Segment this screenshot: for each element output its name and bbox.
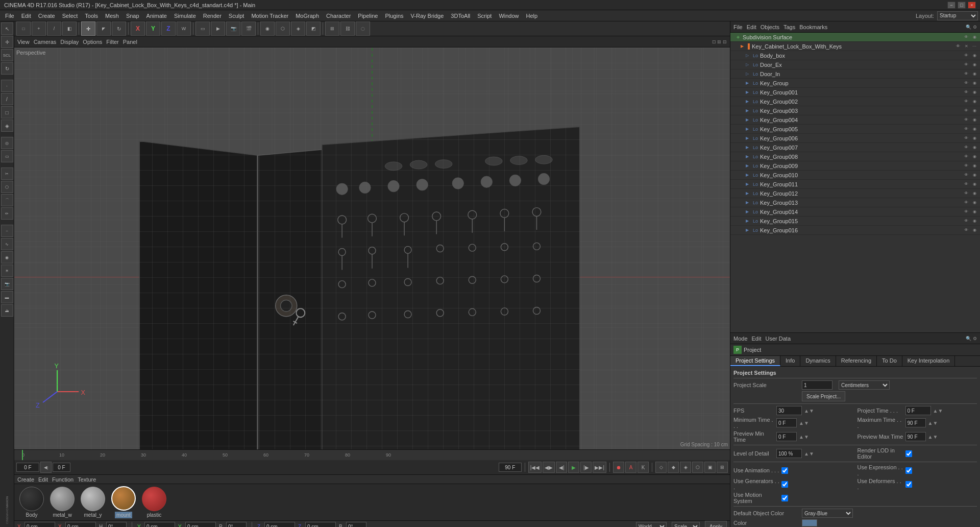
tab-referencing[interactable]: Referencing — [836, 356, 877, 366]
scale-project-btn[interactable]: Scale Project... — [802, 391, 845, 401]
obj-row-key-group014[interactable]: ▶ Lo Key_Group014 👁 ◉ — [730, 207, 980, 217]
world-dropdown[interactable]: World Object — [636, 522, 667, 527]
use-motion-checkbox[interactable] — [781, 495, 788, 501]
obj-row-key-group008[interactable]: ▶ Lo Key_Group008 👁 ◉ — [730, 152, 980, 161]
deformer-btn[interactable]: ~ — [1, 225, 13, 237]
mat-edit-menu[interactable]: Edit — [38, 476, 48, 483]
kg005-vis[interactable]: 👁 — [963, 126, 970, 133]
menu-tools[interactable]: Tools — [82, 12, 101, 20]
tab-project-settings[interactable]: Project Settings — [730, 356, 780, 366]
obj-row-subdivision[interactable]: ◈ Subdivision Surface 👁 ◉ — [730, 33, 980, 42]
scale-unit-select[interactable]: Centimeters Meters Inches — [839, 380, 890, 390]
mat-mount[interactable]: mount — [109, 486, 138, 518]
menu-edit[interactable]: Edit — [18, 12, 34, 20]
polys-btn[interactable]: ◧ — [62, 21, 77, 36]
keyframe-btn-6[interactable]: ⊞ — [717, 462, 728, 473]
points-mode-btn[interactable]: · — [1, 80, 13, 92]
lod-input[interactable] — [776, 449, 802, 458]
edges-mode-btn[interactable]: / — [1, 93, 13, 105]
menu-plugins[interactable]: Plugins — [382, 12, 406, 20]
menu-pipeline[interactable]: Pipeline — [355, 12, 381, 20]
kg015-vis[interactable]: 👁 — [963, 218, 970, 225]
max-time-input[interactable] — [905, 418, 926, 427]
menu-3dtoall[interactable]: 3DToAll — [448, 12, 473, 20]
min-time-input[interactable] — [776, 418, 797, 427]
minimize-button[interactable]: − — [947, 2, 955, 9]
kg010-render[interactable]: ◉ — [971, 172, 978, 179]
mat-plastic[interactable]: plastic — [140, 487, 168, 518]
preview-max-input[interactable] — [905, 432, 926, 441]
menu-help[interactable]: Help — [523, 12, 541, 20]
kg004-vis[interactable]: 👁 — [963, 116, 970, 124]
kg002-vis[interactable]: 👁 — [963, 98, 970, 105]
timeline-ruler[interactable]: 0 10 20 30 40 50 60 70 80 90 — [14, 450, 730, 460]
x-axis-btn[interactable]: X — [131, 21, 145, 36]
kg012-render[interactable]: ◉ — [971, 190, 978, 197]
light-btn[interactable]: ☀ — [1, 265, 13, 277]
go-end-btn[interactable]: ▶▶| — [593, 462, 606, 473]
play-btn[interactable]: ▶ — [568, 462, 579, 473]
select-tool-btn[interactable]: ↖ — [1, 22, 13, 35]
menu-vray[interactable]: V-Ray Bridge — [408, 12, 447, 20]
kg006-render[interactable]: ◉ — [971, 135, 978, 142]
door-in-render[interactable]: ◉ — [971, 70, 978, 78]
spline-btn[interactable]: ∿ — [1, 238, 13, 250]
model-mode-btn[interactable]: □ — [16, 21, 31, 36]
kg003-render[interactable]: ◉ — [971, 107, 978, 114]
snap-btn[interactable]: ⊞ — [325, 21, 339, 36]
scale-dropdown[interactable]: Scale Size — [672, 522, 700, 527]
z-pos-input[interactable] — [264, 522, 295, 527]
obj-edit-menu[interactable]: Edit — [747, 24, 756, 30]
obj-bookmarks-menu[interactable]: Bookmarks — [799, 24, 827, 30]
z-axis-btn[interactable]: Z — [161, 21, 176, 36]
obj-row-key-group010[interactable]: ▶ Lo Key_Group010 👁 ◉ — [730, 171, 980, 180]
viewport-view-menu[interactable]: View — [17, 39, 30, 45]
tab-todo[interactable]: To Do — [877, 356, 902, 366]
render-icon[interactable]: ◉ — [971, 34, 978, 41]
kg016-render[interactable]: ◉ — [971, 227, 978, 234]
menu-sculpt[interactable]: Sculpt — [226, 12, 248, 20]
x-pos-input[interactable] — [24, 522, 55, 527]
y-pos-input[interactable] — [144, 522, 175, 527]
layout-preset[interactable]: Startup — [937, 11, 978, 20]
key-btn[interactable]: K — [638, 462, 649, 473]
tab-dynamics[interactable]: Dynamics — [800, 356, 836, 366]
deform-btn[interactable]: ◌ — [356, 21, 370, 36]
kg013-render[interactable]: ◉ — [971, 199, 978, 206]
keyframe-btn-3[interactable]: ◈ — [680, 462, 691, 473]
menu-simulate[interactable]: Simulate — [171, 12, 199, 20]
mat-metal-w[interactable]: metal_w — [48, 487, 77, 518]
apply-btn[interactable]: Apply — [705, 521, 727, 527]
keyframe-btn-1[interactable]: ◇ — [655, 462, 667, 473]
mat-function-menu[interactable]: Function — [52, 476, 74, 483]
maximize-button[interactable]: □ — [958, 2, 966, 9]
viewport-panel-menu[interactable]: Panel — [123, 39, 137, 45]
key-record-btn[interactable]: ⏺ — [613, 462, 624, 473]
obj-row-key-group004[interactable]: ▶ Lo Key_Group004 👁 ◉ — [730, 115, 980, 125]
kg015-render[interactable]: ◉ — [971, 218, 978, 225]
size-y-input[interactable] — [185, 522, 216, 527]
prop-mode-menu[interactable]: Mode — [733, 336, 748, 342]
use-deformers-checkbox[interactable] — [905, 481, 912, 488]
obj-row-key-group007[interactable]: ▶ Lo Key_Group007 👁 ◉ — [730, 143, 980, 152]
display-gouraud-btn[interactable]: ◉ — [260, 21, 275, 36]
prop-user-data-menu[interactable]: User Data — [766, 336, 791, 342]
obj-row-key-group005[interactable]: ▶ Lo Key_Group005 👁 ◉ — [730, 125, 980, 134]
display-wire-btn[interactable]: ⬡ — [276, 21, 290, 36]
move-tool-btn[interactable]: ✛ — [1, 36, 13, 48]
obj-row-key-group[interactable]: ▶ Lo Key_Group 👁 ◉ — [730, 79, 980, 88]
menu-create[interactable]: Create — [35, 12, 58, 20]
b-input[interactable] — [346, 522, 366, 527]
frame-display[interactable] — [53, 463, 70, 472]
door-ex-vis[interactable]: 👁 — [963, 61, 970, 68]
use-expression-checkbox[interactable] — [905, 467, 912, 474]
kg010-vis[interactable]: 👁 — [963, 172, 970, 179]
door-in-vis[interactable]: 👁 — [963, 70, 970, 78]
kg003-vis[interactable]: 👁 — [963, 107, 970, 114]
obj-tags-menu[interactable]: Tags — [783, 24, 795, 30]
scale-tool-btn[interactable]: SCL — [1, 49, 13, 61]
color-swatch[interactable] — [802, 519, 817, 526]
points-btn[interactable]: + — [32, 21, 46, 36]
step-fwd-btn[interactable]: |▶ — [580, 462, 592, 473]
viewport-options-menu[interactable]: Options — [83, 39, 102, 45]
